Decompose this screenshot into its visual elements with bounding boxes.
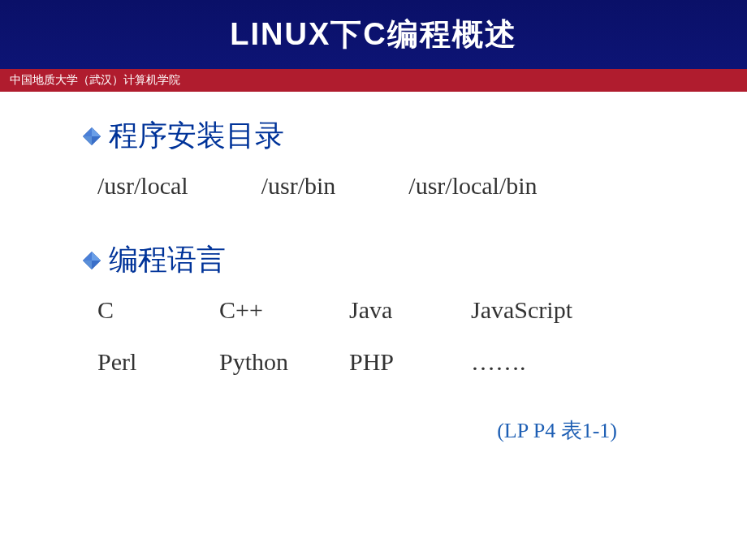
slide-header: LINUX下C编程概述 [0,0,747,69]
section-body: /usr/local /usr/bin /usr/local/bin [81,172,698,200]
section-install-dir: 程序安装目录 /usr/local /usr/bin /usr/local/bi… [81,116,698,200]
path-item: /usr/local [97,172,188,200]
language-item: C++ [219,296,349,324]
path-list: /usr/local /usr/bin /usr/local/bin [97,172,698,200]
subtitle-bar: 中国地质大学（武汉）计算机学院 [0,69,747,92]
language-item: JavaScript [471,296,601,324]
language-item: Perl [97,348,219,376]
section-title-text: 编程语言 [109,240,226,280]
section-header: 程序安装目录 [81,116,698,156]
reference-note: (LP P4 表1-1) [81,416,698,445]
institution-name: 中国地质大学（武汉）计算机学院 [10,73,180,88]
section-body: C C++ Java JavaScript Perl Python PHP ……… [81,296,698,376]
diamond-bullet-icon [81,250,102,271]
diamond-bullet-icon [81,126,102,147]
section-header: 编程语言 [81,240,698,280]
language-item: PHP [349,348,471,376]
language-item: Java [349,296,471,324]
language-grid: C C++ Java JavaScript Perl Python PHP ……… [97,296,698,376]
path-item: /usr/local/bin [408,172,537,200]
path-item: /usr/bin [261,172,336,200]
section-languages: 编程语言 C C++ Java JavaScript Perl Python P… [81,240,698,376]
language-item: Python [219,348,349,376]
section-title-text: 程序安装目录 [109,116,284,156]
slide-content: 程序安装目录 /usr/local /usr/bin /usr/local/bi… [0,92,747,461]
slide-title: LINUX下C编程概述 [230,14,516,55]
language-item: C [97,296,219,324]
language-item: ……. [471,348,601,376]
